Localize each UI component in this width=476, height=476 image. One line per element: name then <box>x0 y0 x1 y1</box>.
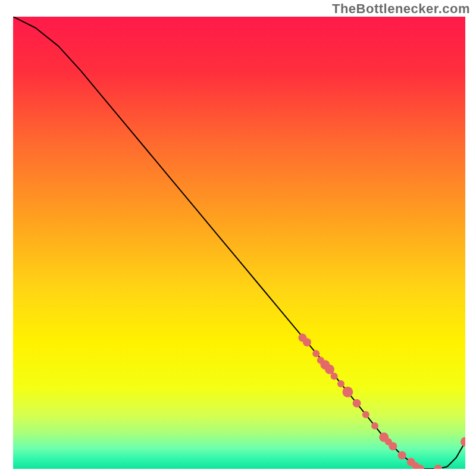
chart-svg <box>13 17 465 469</box>
marker-point <box>353 399 361 408</box>
gradient-background <box>13 17 465 469</box>
chart-frame: TheBottlenecker.com <box>0 0 476 476</box>
marker-point <box>362 411 369 418</box>
marker-point <box>371 422 378 430</box>
marker-point <box>389 442 397 450</box>
marker-point <box>342 387 353 397</box>
marker-point <box>312 350 320 357</box>
marker-point <box>331 372 338 380</box>
marker-point <box>325 365 334 374</box>
marker-point <box>398 451 406 459</box>
marker-point <box>337 380 345 387</box>
marker-point <box>303 338 311 346</box>
plot-area <box>13 17 465 469</box>
attribution-text: TheBottlenecker.com <box>332 1 470 17</box>
